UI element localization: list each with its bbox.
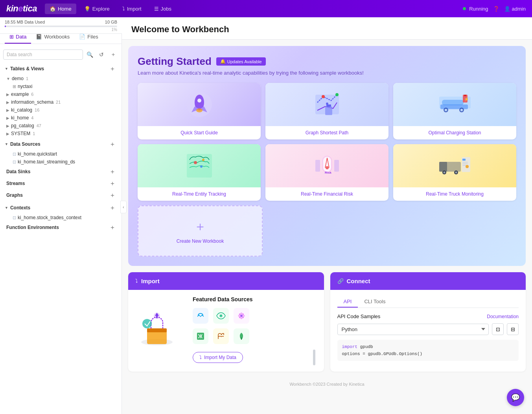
excel-logo (196, 332, 205, 341)
user-icon: 👤 (504, 6, 510, 12)
tree-item-quickstart[interactable]: ⊡ ki_home.quickstart (0, 150, 121, 158)
workbook-card-graph[interactable]: Graph Shortest Path (265, 83, 388, 139)
svg-rect-13 (442, 100, 464, 105)
svg-point-28 (326, 166, 329, 169)
tables-views-add-button[interactable]: ＋ (108, 64, 117, 73)
search-button[interactable]: 🔍 (85, 49, 95, 60)
user-menu[interactable]: 👤 admin (504, 6, 526, 12)
import-my-data-button[interactable]: ⤵ Import My Data (193, 352, 243, 363)
svg-point-24 (202, 159, 204, 161)
scrollbar[interactable] (311, 350, 317, 365)
tables-views-section-header[interactable]: ▼ Tables & Views ＋ (0, 62, 121, 75)
data-sources-section-header[interactable]: ▼ Data Sources ＋ (0, 137, 121, 150)
workbook-card-quickstart[interactable]: Quick Start Guide (138, 83, 261, 139)
flower-logo (237, 311, 246, 320)
nav-home[interactable]: 🏠 Home (45, 4, 76, 14)
ki-home-count: 4 (31, 115, 33, 120)
ds-icon-aws[interactable] (193, 308, 208, 324)
workbook-card-charging[interactable]: ⚡ Optimal Charging Station (393, 83, 516, 139)
svg-rect-10 (325, 106, 332, 115)
function-environments-add-button[interactable]: ＋ (108, 223, 117, 232)
info-schema-label: information_schema (11, 99, 53, 105)
taxi-streaming-label: ki_home.taxi_streaming_ds (18, 159, 75, 165)
getting-started-section: Getting Started 🔔 Updates Available Lear… (128, 46, 526, 266)
getting-started-subtitle: Learn more about Kinetica's real-time an… (138, 70, 516, 76)
nav-import[interactable]: ⤵ Import (118, 4, 146, 14)
nav-explore[interactable]: 💡 Explore (79, 4, 114, 14)
footer: Workbench ©2023 Created by Kinetica (122, 378, 532, 390)
workbook-label-truck: Real-Time Truck Monitoring (393, 187, 516, 201)
nav-jobs[interactable]: ☰ Jobs (149, 4, 176, 14)
tree-item-pg-catalog[interactable]: ▶ pg_catalog 47 (0, 122, 121, 130)
create-new-workbook-card[interactable]: ＋ Create New Workbook (138, 205, 263, 256)
data-sinks-add-button[interactable]: ＋ (108, 167, 117, 176)
featured-sources-title: Featured Data Sources (193, 296, 317, 302)
import-icon: ⤵ (122, 6, 125, 12)
import-body: Featured Data Sources (128, 290, 324, 372)
language-select[interactable]: Python JavaScript Java C++ Go (337, 324, 489, 335)
connect-tab-cli[interactable]: CLI Tools (358, 296, 392, 308)
tree-item-demo[interactable]: ▼ demo 1 (0, 75, 121, 82)
contexts-add-button[interactable]: ＋ (108, 203, 117, 212)
system-chevron: ▶ (6, 132, 9, 136)
tree-item-ki-home[interactable]: ▶ ki_home 4 (0, 114, 121, 122)
streams-section[interactable]: Streams ＋ (0, 178, 121, 189)
documentation-link[interactable]: Documentation (487, 314, 519, 319)
svg-rect-46 (147, 328, 167, 332)
data-source-icons-row2 (193, 328, 317, 344)
sidebar: ⊞ Data 📓 Workbooks 📄 Files 🔍 ↺ ＋ ▼ Table… (0, 17, 122, 414)
sidebar-collapse-button[interactable]: ‹ (120, 201, 127, 213)
workbook-card-tracking[interactable]: Real-Time Entity Tracking (138, 144, 261, 201)
tab-data-label: Data (16, 34, 26, 40)
tree-item-information-schema[interactable]: ▶ information_schema 21 (0, 98, 121, 106)
ds-icon-mariadb[interactable] (213, 328, 229, 344)
ds-icon-eye[interactable] (213, 308, 229, 324)
connect-tab-api[interactable]: API (337, 296, 358, 308)
refresh-button[interactable]: ↺ (96, 49, 107, 60)
workbook-card-truck[interactable]: Real-Time Truck Monitoring (393, 144, 516, 201)
function-environments-section[interactable]: Function Environments ＋ (0, 222, 121, 233)
workbook-card-img-tracking (138, 144, 261, 187)
graphs-add-button[interactable]: ＋ (108, 191, 117, 200)
chat-button[interactable]: 💬 (507, 389, 524, 406)
search-input[interactable] (3, 49, 83, 60)
contexts-section-header[interactable]: ▼ Contexts ＋ (0, 201, 121, 214)
tree-item-example[interactable]: ▶ example 6 (0, 90, 121, 98)
system-label: SYSTEM (11, 131, 30, 136)
tree-item-system[interactable]: ▶ SYSTEM 1 (0, 130, 121, 137)
workbook-card-img-graph (265, 83, 388, 126)
expand-code-button[interactable]: ⊟ (507, 323, 519, 335)
example-label: example (11, 92, 29, 97)
bottom-section: ⤵ Import (128, 272, 526, 372)
app-logo: kinetica (6, 4, 37, 14)
tree-item-taxi-streaming[interactable]: ⊡ ki_home.taxi_streaming_ds (0, 158, 121, 166)
tree-item-ki-catalog[interactable]: ▶ ki_catalog 16 (0, 106, 121, 114)
storage-total: 10 GB (105, 20, 117, 24)
svg-point-55 (243, 315, 245, 317)
quickstart-icon: ⊡ (13, 152, 16, 157)
getting-started-title: Getting Started (138, 55, 212, 68)
tree-item-nyctaxi[interactable]: ⊞ nyctaxi (0, 82, 121, 90)
ds-icon-flower[interactable] (234, 308, 249, 324)
svg-point-54 (238, 315, 240, 317)
workbook-card-finance[interactable]: Risk Real-Time Financial Risk (265, 144, 388, 201)
stock-trades-icon: ⊡ (13, 215, 16, 220)
help-button[interactable]: ❓ (493, 6, 499, 12)
ds-icon-excel[interactable] (193, 328, 208, 344)
tree-item-stock-trades[interactable]: ⊡ ki_home.stock_trades_context (0, 214, 121, 222)
copy-code-button[interactable]: ⊡ (492, 323, 504, 335)
scrollbar-track (313, 350, 315, 365)
ds-icon-mongodb[interactable] (234, 328, 249, 344)
data-sources-add-button[interactable]: ＋ (108, 140, 117, 148)
ki-home-label: ki_home (11, 115, 29, 121)
graphs-section[interactable]: Graphs ＋ (0, 189, 121, 201)
data-sinks-section[interactable]: Data Sinks ＋ (0, 166, 121, 178)
bell-icon: 🔔 (220, 59, 226, 64)
streams-add-button[interactable]: ＋ (108, 179, 117, 188)
add-item-button[interactable]: ＋ (108, 49, 118, 60)
quickstart-label: ki_home.quickstart (18, 151, 57, 157)
table-icon: ⊞ (13, 84, 16, 89)
contexts-arrow: ▼ (5, 206, 8, 210)
tab-workbooks-label: Workbooks (44, 34, 70, 40)
aws-logo (196, 311, 205, 321)
